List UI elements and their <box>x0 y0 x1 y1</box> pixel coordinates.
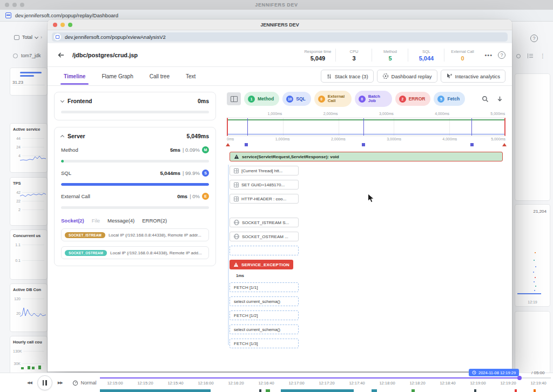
chart-card-concurrent-users[interactable]: Concurrent us 1.1 0.1 <box>10 229 48 280</box>
screen: JENNIFERS DEV dev.jennifersoft.com/popup… <box>0 0 553 392</box>
time-tick: 12:15:20 <box>130 381 160 386</box>
socket-ostream-row[interactable]: SOCKET_OSTREAM Local IP (/192.168.0.8:44… <box>61 246 209 259</box>
call-set-guid[interactable]: SET GUID=1485170... <box>230 180 299 190</box>
interactive-analytics-button[interactable]: Interactive analytics <box>441 70 505 83</box>
call-select-schema-2[interactable]: select current_schema() <box>230 325 299 334</box>
socket-istream-row[interactable]: SOCKET_ISTREAM Local IP (/192.168.0.8:44… <box>61 228 209 241</box>
chip-label: Batch Job <box>368 94 387 104</box>
kebab-menu-icon[interactable]: ⋮ <box>540 53 545 59</box>
timeline-remaining[interactable] <box>520 377 551 379</box>
call-socket-ostream[interactable]: SOCKET_OSTREAM ... <box>230 232 299 241</box>
tab-call-tree[interactable]: Call tree <box>149 68 171 85</box>
chip-error[interactable]: 2 ERROR <box>395 92 431 106</box>
row-label: SQL <box>61 170 71 176</box>
event-marker[interactable] <box>245 143 248 146</box>
call-select-schema-1[interactable]: select current_schema() <box>230 296 299 306</box>
metric-value: 0 <box>448 55 477 62</box>
event-marker[interactable] <box>470 143 474 146</box>
duration-label: 1ms <box>236 273 505 278</box>
chip-fetch[interactable]: 5 Fetch <box>434 92 465 106</box>
chip-batch-job[interactable]: 0 Batch Job <box>355 91 392 107</box>
tab-flame-graph[interactable]: Flame Graph <box>100 68 134 85</box>
minimap-range-box[interactable] <box>227 118 505 136</box>
tab-file[interactable]: File <box>92 218 100 224</box>
tab-message[interactable]: Message(4) <box>107 218 134 224</box>
minimize-icon[interactable] <box>12 3 17 7</box>
chip-method[interactable]: 1 Method <box>244 92 279 106</box>
call-fetch-3[interactable]: FETCH [1/3] <box>230 339 299 348</box>
tab-error[interactable]: ERROR(2) <box>142 218 167 224</box>
call-fetch-2[interactable]: FETCH [1/2] <box>230 310 299 320</box>
warning-icon <box>234 154 239 159</box>
chip-sql[interactable]: 10 SQL <box>282 92 311 106</box>
scatter-card[interactable]: 21,204 12:19 <box>515 204 550 307</box>
close-icon[interactable] <box>5 3 9 7</box>
frontend-title: Frontend <box>68 98 92 104</box>
timeline-minimap[interactable]: 1,000ms 2,000ms 3,000ms 4,000ms 5,000ms <box>227 112 505 147</box>
range-start-marker[interactable] <box>226 143 230 146</box>
tab-text[interactable]: Text <box>185 68 197 85</box>
forward-button[interactable]: ▶▶ <box>58 381 63 385</box>
dashboard-replay-button[interactable]: Dashboard replay <box>377 70 437 83</box>
timeline-heat-segment <box>515 389 517 392</box>
event-tick <box>471 118 473 136</box>
agent-row[interactable]: tom7_jdk <box>13 53 41 58</box>
pause-button[interactable] <box>37 375 52 390</box>
call-empty-row[interactable] <box>230 246 299 255</box>
more-icon[interactable]: ••• <box>480 52 497 58</box>
socket-istream-badge: SOCKET_ISTREAM <box>65 232 105 238</box>
chevron-up-icon[interactable] <box>60 135 64 139</box>
event-marker[interactable] <box>362 143 365 146</box>
current-time-text: 2024-11-08 12:19:29 <box>478 370 516 375</box>
window-controls[interactable] <box>5 3 24 7</box>
line-sparkline <box>20 305 46 319</box>
ruler-tick: 0ms <box>227 137 234 141</box>
download-icon[interactable] <box>494 96 505 103</box>
scatter-max-value: 21,204 <box>534 209 547 214</box>
chevron-down-icon[interactable] <box>60 98 64 102</box>
time-tick: 12:15:40 <box>160 381 191 386</box>
call-http-header[interactable]: HTTP-HEADER : coo... <box>230 194 299 204</box>
chart-card-active-db[interactable]: Active DB Con 120 20 <box>10 283 48 332</box>
dashboard-toolbar-icons[interactable]: ⋮ <box>516 53 545 59</box>
timeline-progress[interactable] <box>100 377 520 379</box>
search-icon[interactable] <box>480 96 491 103</box>
panel-toggle-icon[interactable] <box>227 92 241 105</box>
stack-trace-button[interactable]: Stack trace (3) <box>321 70 374 83</box>
metric-method: Method 5 <box>372 49 408 62</box>
back-button[interactable] <box>57 51 65 59</box>
tab-socket[interactable]: Socket(2) <box>61 218 84 224</box>
warning-icon <box>233 262 239 267</box>
playback-speed[interactable]: Normal <box>72 380 97 386</box>
range-end-marker[interactable] <box>502 143 507 146</box>
row-pct: | 99.9% <box>183 170 200 176</box>
analysis-tabs: Timeline Flame Graph Call tree Text Stac… <box>48 67 512 86</box>
minimize-icon[interactable] <box>60 23 65 27</box>
status-icon[interactable] <box>516 54 521 58</box>
playhead-handle[interactable] <box>517 376 522 380</box>
time-tick: 12:16:00 <box>191 381 221 386</box>
chip-external-call[interactable]: 0 External Call <box>314 91 352 107</box>
arrow-left-icon <box>57 51 65 59</box>
maximize-icon[interactable] <box>20 3 24 7</box>
maximize-icon[interactable] <box>68 23 72 27</box>
profile-filters: 1 Method 10 SQL 0 External Call 0 Batch … <box>227 91 505 107</box>
popup-address-bar[interactable]: dev.jennifersoft.com/popup/xviewAnalysis… <box>48 30 512 43</box>
domain-filter[interactable]: Total › <box>14 35 42 40</box>
call-fetch-1[interactable]: FETCH [1/1] <box>230 282 299 292</box>
chart-card-tps[interactable]: TPS 42 22 2 <box>10 177 48 226</box>
call-service-method[interactable]: service(ServletRequest,ServletResponse):… <box>230 152 503 161</box>
popup-window-controls[interactable] <box>53 23 72 27</box>
close-icon[interactable] <box>53 23 57 27</box>
help-icon[interactable]: ? <box>530 35 538 42</box>
call-socket-istream[interactable]: SOCKET_ISTREAM S... <box>230 218 299 227</box>
chart-card-active-service[interactable]: Active service 44 24 4 <box>10 123 48 173</box>
tree-view-icon[interactable] <box>528 53 533 58</box>
rewind-button[interactable]: ◀◀ <box>27 381 32 385</box>
help-icon[interactable]: ? <box>498 51 505 59</box>
minimap-ruler-bottom: 0ms 1,000ms 2,000ms 3,000ms 4,000ms 5,00… <box>227 137 505 143</box>
tab-timeline[interactable]: Timeline <box>63 68 86 85</box>
call-service-exception[interactable]: SERVICE_EXCEPTION <box>230 260 293 269</box>
ruler-tick: 1,000ms <box>275 137 290 141</box>
call-current-thread[interactable]: [Current Thread] htt... <box>230 166 299 175</box>
